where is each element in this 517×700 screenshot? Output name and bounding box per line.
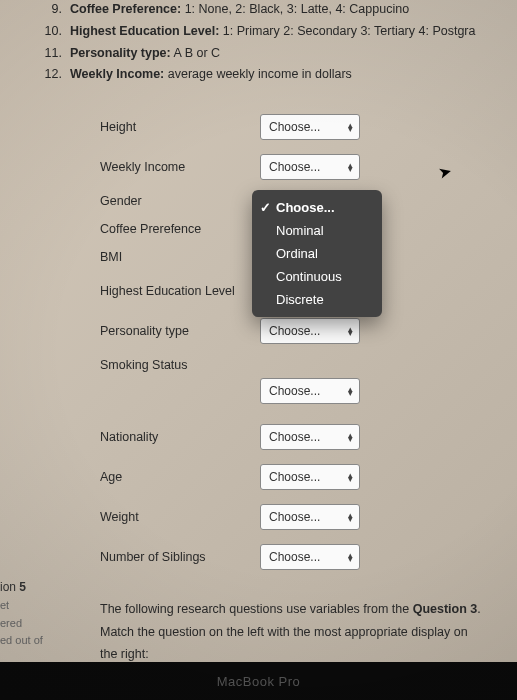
item-number: 10. — [40, 22, 62, 41]
form-row-siblings: Number of Siblings Choose... ▴▾ — [100, 544, 487, 570]
field-label: Personality type — [100, 324, 260, 338]
select-value: Choose... — [269, 160, 320, 174]
gender-dropdown-menu[interactable]: Choose... Nominal Ordinal Continuous Dis… — [252, 190, 382, 317]
sidebar-text: ered — [0, 615, 43, 633]
form-row-height: Height Choose... ▴▾ — [100, 114, 487, 140]
field-label: Weight — [100, 510, 260, 524]
select-value: Choose... — [269, 120, 320, 134]
smoking-select[interactable]: Choose... ▴▾ — [260, 378, 360, 404]
siblings-select[interactable]: Choose... ▴▾ — [260, 544, 360, 570]
list-item: 11. Personality type: A B or C — [40, 44, 487, 63]
field-label: Gender — [100, 194, 260, 208]
updown-icon: ▴▾ — [348, 473, 353, 482]
dropdown-option-discrete[interactable]: Discrete — [252, 288, 382, 311]
form-row-personality: Personality type Choose... ▴▾ — [100, 318, 487, 344]
item-desc: 1: None, 2: Black, 3: Latte, 4: Cappucin… — [185, 2, 409, 16]
dropdown-option-choose[interactable]: Choose... — [252, 196, 382, 219]
item-desc: A B or C — [174, 46, 221, 60]
field-label: Highest Education Level — [100, 284, 260, 298]
height-select[interactable]: Choose... ▴▾ — [260, 114, 360, 140]
field-label: Height — [100, 120, 260, 134]
instruction-line: The following research questions use var… — [100, 598, 487, 621]
field-label: Weekly Income — [100, 160, 260, 174]
field-label: Number of Siblings — [100, 550, 260, 564]
question-ref: Question 3 — [413, 602, 478, 616]
item-label: Weekly Income: — [70, 67, 164, 81]
variable-definitions: 9. Coffee Preference: 1: None, 2: Black,… — [40, 0, 487, 84]
instruction-line: Match the question on the left with the … — [100, 621, 487, 666]
form-row-weight: Weight Choose... ▴▾ — [100, 504, 487, 530]
updown-icon: ▴▾ — [348, 163, 353, 172]
list-item: 9. Coffee Preference: 1: None, 2: Black,… — [40, 0, 487, 19]
updown-icon: ▴▾ — [348, 433, 353, 442]
updown-icon: ▴▾ — [348, 327, 353, 336]
sidebar-text: et — [0, 597, 43, 615]
form-row-gender: Gender Choose... Nominal Ordinal Continu… — [100, 194, 487, 208]
field-label: BMI — [100, 250, 260, 264]
field-label: Nationality — [100, 430, 260, 444]
select-value: Choose... — [269, 470, 320, 484]
form-row-smoking: Smoking Status — [100, 358, 487, 372]
item-number: 11. — [40, 44, 62, 63]
form-row-nationality: Nationality Choose... ▴▾ — [100, 424, 487, 450]
updown-icon: ▴▾ — [348, 513, 353, 522]
item-label: Highest Education Level: — [70, 24, 219, 38]
item-desc: average weekly income in dollars — [168, 67, 352, 81]
select-value: Choose... — [269, 430, 320, 444]
personality-select[interactable]: Choose... ▴▾ — [260, 318, 360, 344]
select-value: Choose... — [269, 384, 320, 398]
nationality-select[interactable]: Choose... ▴▾ — [260, 424, 360, 450]
age-select[interactable]: Choose... ▴▾ — [260, 464, 360, 490]
field-label: Smoking Status — [100, 358, 260, 372]
item-number: 9. — [40, 0, 62, 19]
updown-icon: ▴▾ — [348, 553, 353, 562]
select-value: Choose... — [269, 550, 320, 564]
form-row-smoking-select: Choose... ▴▾ — [260, 378, 487, 404]
dropdown-option-continuous[interactable]: Continuous — [252, 265, 382, 288]
form-row-age: Age Choose... ▴▾ — [100, 464, 487, 490]
item-number: 12. — [40, 65, 62, 84]
item-label: Coffee Preference: — [70, 2, 181, 16]
dropdown-option-ordinal[interactable]: Ordinal — [252, 242, 382, 265]
weekly-income-select[interactable]: Choose... ▴▾ — [260, 154, 360, 180]
list-item: 10. Highest Education Level: 1: Primary … — [40, 22, 487, 41]
field-label: Age — [100, 470, 260, 484]
dropdown-option-nominal[interactable]: Nominal — [252, 219, 382, 242]
form-row-weekly-income: Weekly Income Choose... ▴▾ — [100, 154, 487, 180]
item-label: Personality type: — [70, 46, 171, 60]
field-label: Coffee Prerefence — [100, 222, 260, 236]
select-value: Choose... — [269, 324, 320, 338]
instructions-block: The following research questions use var… — [100, 598, 487, 666]
updown-icon: ▴▾ — [348, 123, 353, 132]
macos-dock-label: MacBook Pro — [0, 662, 517, 700]
updown-icon: ▴▾ — [348, 387, 353, 396]
item-desc: 1: Primary 2: Secondary 3: Tertiary 4: P… — [223, 24, 476, 38]
variable-type-form: Height Choose... ▴▾ Weekly Income Choose… — [100, 114, 487, 570]
device-label: MacBook Pro — [217, 674, 301, 689]
question-number: ion 5 — [0, 578, 43, 597]
weight-select[interactable]: Choose... ▴▾ — [260, 504, 360, 530]
instr-text: . — [477, 602, 480, 616]
list-item: 12. Weekly Income: average weekly income… — [40, 65, 487, 84]
select-value: Choose... — [269, 510, 320, 524]
sidebar-text: ed out of — [0, 632, 43, 650]
question-sidebar-fragment: ion 5 et ered ed out of — [0, 578, 43, 650]
instr-text: The following research questions use var… — [100, 602, 413, 616]
